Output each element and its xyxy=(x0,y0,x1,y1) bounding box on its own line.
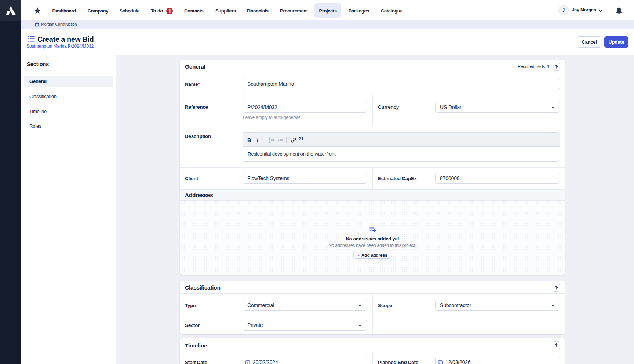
svg-text:3: 3 xyxy=(269,141,270,143)
